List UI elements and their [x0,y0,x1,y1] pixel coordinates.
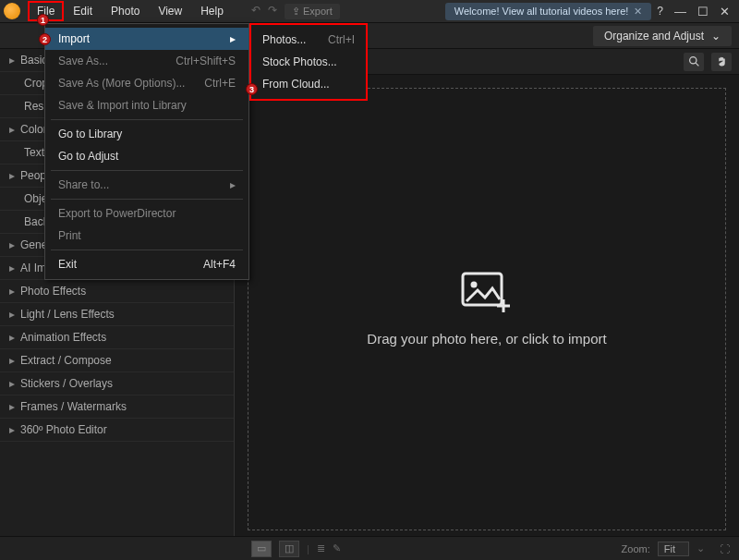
zoom-select[interactable]: Fit [658,542,689,556]
menu-item: Save & Import into Library [45,94,248,116]
sidebar-item[interactable]: ▸Frames / Watermarks [0,396,234,419]
chevron-right-icon: ▸ [9,54,20,67]
chevron-right-icon: ▸ [9,377,20,390]
menu-item-label: Exit [58,258,77,271]
sidebar-item-label: Color [20,123,47,136]
menu-item-label: Save As (More Options)... [58,77,185,90]
chevron-right-icon: ▸ [9,262,20,274]
submenu-label: From Cloud... [262,78,330,91]
import-submenu: Photos...Ctrl+IStock Photos...From Cloud… [249,23,368,101]
menu-photo[interactable]: Photo [102,1,149,21]
menu-item[interactable]: ExitAlt+F4 [45,253,248,275]
view-single-icon[interactable]: ▭ [251,541,272,557]
menu-item[interactable]: Go to Adjust [45,145,248,167]
close-window-icon[interactable]: ✕ [720,5,730,18]
menu-help[interactable]: Help [191,1,233,21]
titlebar: File Edit Photo View Help ↶ ↷ ⇪ Export W… [0,0,739,23]
welcome-banner[interactable]: Welcome! View all tutorial videos here! … [445,3,652,20]
close-icon[interactable]: ✕ [634,6,642,18]
sidebar-item-label: Stickers / Overlays [20,377,113,390]
minimize-icon[interactable]: — [674,5,686,18]
chevron-right-icon: ▸ [9,169,20,182]
sidebar-item-label: Frames / Watermarks [20,400,127,413]
menu-shortcut: Alt+F4 [203,258,236,271]
chevron-down-icon[interactable]: ⌄ [697,542,705,554]
sidebar-item-label: Extract / Compose [20,354,112,367]
chevron-right-icon: ▸ [9,285,20,298]
brush-icon[interactable]: ✎ [333,542,341,554]
submenu-item[interactable]: Photos...Ctrl+I [251,29,366,51]
menu-item[interactable]: Go to Library [45,123,248,145]
menu-shortcut: Ctrl+E [204,77,236,90]
sidebar-item-label: Basic [20,54,47,67]
sidebar-item[interactable]: ▸Stickers / Overlays [0,372,234,396]
image-placeholder-icon [461,272,513,314]
help-icon[interactable]: ? [657,5,663,18]
menu-item: Share to...▸ [45,174,248,196]
menu-item-label: Save As... [58,55,108,67]
redo-icon[interactable]: ↷ [268,4,277,19]
sidebar-item-label: Animation Effects [20,331,106,344]
menu-edit[interactable]: Edit [64,1,102,21]
sidebar-item-label: Light / Lens Effects [20,308,115,321]
welcome-text: Welcome! View all tutorial videos here! [454,6,629,17]
submenu-item[interactable]: Stock Photos... [251,51,366,73]
chevron-right-icon: ▸ [230,178,236,191]
menu-separator [51,199,243,200]
sidebar-item[interactable]: ▸Light / Lens Effects [0,303,234,326]
callout-badge-3: 3 [246,83,258,95]
menu-item: Export to PowerDirector [45,202,248,225]
drop-text: Drag your photo here, or click to import [367,331,606,347]
sidebar-item-label: 360º Photo Editor [20,423,107,436]
menu-item-label: Save & Import into Library [58,99,187,112]
menu-separator [51,250,243,250]
submenu-item[interactable]: From Cloud... [251,73,366,95]
chevron-right-icon: ▸ [9,423,20,436]
zoom-label: Zoom: [622,543,650,554]
expand-icon[interactable]: ⛶ [720,543,730,554]
callout-badge-2: 2 [39,33,51,45]
menu-item[interactable]: Import▸ [45,28,248,50]
canvas-area: Drag your photo here, or click to import [235,49,739,536]
bottombar: ▭ ◫ | ≣ ✎ Zoom: Fit ⌄ ⛶ [0,536,739,560]
chevron-down-icon: ⌄ [711,30,721,43]
menu-item: Print [45,225,248,247]
menu-item-label: Import [58,32,90,45]
sidebar-item[interactable]: ▸Photo Effects [0,280,234,303]
menubar: File Edit Photo View Help [28,1,233,21]
search-icon[interactable] [684,53,704,71]
submenu-shortcut: Ctrl+I [328,33,355,46]
sidebar-item-label: Photo Effects [20,285,86,298]
sidebar-item[interactable]: ▸Animation Effects [0,326,234,349]
list-icon[interactable]: ≣ [317,542,325,554]
chevron-right-icon: ▸ [230,32,236,45]
svg-point-3 [471,282,478,288]
file-menu: Import▸Save As...Ctrl+Shift+SSave As (Mo… [44,23,249,280]
menu-item-label: Go to Adjust [58,150,118,163]
chevron-right-icon: ▸ [9,331,20,344]
undo-icon[interactable]: ↶ [251,4,260,19]
sidebar-item[interactable]: ▸360º Photo Editor [0,419,234,442]
app-icon [4,3,20,19]
export-button[interactable]: ⇪ Export [285,4,340,19]
svg-point-0 [689,57,696,64]
menu-shortcut: Ctrl+Shift+S [176,55,236,67]
menu-view[interactable]: View [149,1,191,21]
sidebar-item-label: Gene [20,238,47,251]
callout-badge-1: 1 [37,14,49,26]
chevron-right-icon: ▸ [9,354,20,367]
view-compare-icon[interactable]: ◫ [279,541,299,557]
menu-item: Save As (More Options)...Ctrl+E [45,72,248,94]
mode-dropdown[interactable]: Organize and Adjust ⌄ [593,26,732,46]
drop-zone[interactable]: Drag your photo here, or click to import [248,88,726,530]
menu-item-label: Go to Library [58,128,122,140]
menu-item-label: Print [58,229,81,242]
menu-item-label: Share to... [58,178,109,191]
pan-hand-icon[interactable] [711,53,732,71]
maximize-icon[interactable]: ☐ [697,5,709,18]
chevron-right-icon: ▸ [9,238,20,251]
submenu-label: Stock Photos... [262,55,337,68]
svg-line-1 [696,63,698,66]
chevron-right-icon: ▸ [9,123,20,136]
sidebar-item[interactable]: ▸Extract / Compose [0,349,234,372]
